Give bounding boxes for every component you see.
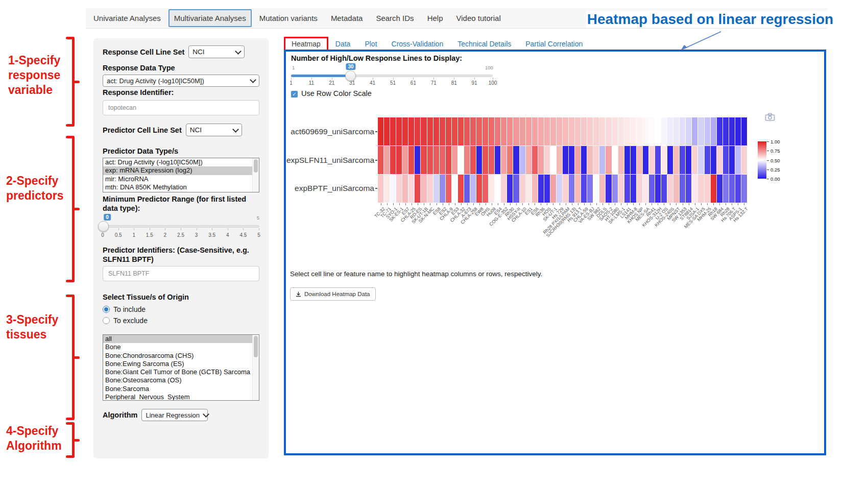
nav-tab-help[interactable]: Help [422,9,449,27]
heatmap-cell [612,175,618,203]
tissue-exclude-radio[interactable] [103,317,110,324]
download-heatmap-data-button[interactable]: Download Heatmap Data [290,287,376,301]
heatmap-cell [513,117,519,145]
tab-heatmap[interactable]: Heatmap [284,37,328,51]
heatmap-cell [390,146,396,174]
colorbar-tick-label: 0.00 [770,176,780,182]
slider-handle[interactable] [98,221,109,232]
heatmap-cell [464,146,470,174]
nav-tab-video-tutorial[interactable]: Video tutorial [450,9,506,27]
predictor-data-type-option-mth-dna-850k-methylation[interactable]: mth: DNA 850K Methylation [103,183,259,191]
nav-tab-multivariate-analyses[interactable]: Multivariate Analyses [168,9,252,27]
slider-tick [243,228,244,230]
tissue-listbox[interactable]: allBoneBone:Chondrosarcoma (CHS)Bone:Ewi… [103,334,259,401]
scrollbar-thumb[interactable] [254,159,258,173]
predictor-cell-line-set-select[interactable]: NCI [186,124,242,136]
response-lines-heading: Number of High/Low Response Lines to Dis… [291,54,462,62]
slider-tick [118,228,119,230]
nav-tab-mutation-variants[interactable]: Mutation variants [254,9,323,27]
heatmap-row-label-act609699-unisarcoma[interactable]: act609699_uniSarcoma [286,127,374,136]
predictor-data-type-option-mir-microrna[interactable]: mir: MicroRNA [103,175,259,183]
colorbar-tick-label: 1.00 [770,139,780,144]
heatmap-cell [624,117,630,145]
tissue-option-bone-ewing-sarcoma-es[interactable]: Bone:Ewing Sarcoma (ES) [103,360,259,368]
axis-tick [695,203,695,205]
heatmap-row-label-expbptf-unisarcoma[interactable]: expBPTF_uniSarcoma [286,184,374,193]
slider-tick-label: 0.5 [115,232,122,238]
tab-technical-details[interactable]: Technical Details [450,37,518,51]
heatmap-cell [593,175,599,203]
heatmap-cell [599,175,605,203]
heatmap-cell [692,175,697,203]
slider-tick-label: 81 [451,80,457,86]
tab-partial-correlation[interactable]: Partial Correlation [518,37,590,51]
tissue-include-radio[interactable] [103,306,110,313]
slider-track[interactable] [103,225,259,228]
response-cell-line-set-label: Response Cell Line Set [103,47,184,57]
nav-tab-search-ids[interactable]: Search IDs [370,9,419,27]
heatmap-cell [717,117,722,145]
heatmap-panel: Number of High/Low Response Lines to Dis… [284,50,826,455]
slider-value-badge: 30 [346,63,355,70]
annotation-bracket-1 [66,37,80,127]
response-identifier-input[interactable] [103,100,259,115]
predictor-data-type-listbox[interactable]: act: Drug Activity (-log10[IC50M])exp: m… [103,158,259,192]
axis-tick [393,203,394,205]
colorbar-tick [767,151,769,151]
predictor-data-type-option-exp-mrna-expression-log2[interactable]: exp: mRNA Expression (log2) [103,166,259,175]
tissue-option-bone-sarcoma[interactable]: Bone:Sarcoma [103,385,259,393]
response-cell-line-set-select[interactable]: NCI [188,45,245,58]
heatmap-cell [637,146,642,174]
axis-tick [726,203,726,205]
heatmap-cell [489,117,494,145]
scrollbar-thumb[interactable] [254,336,258,357]
slider-tick [454,78,454,80]
algorithm-label: Algorithm [103,410,137,420]
tab-data[interactable]: Data [328,37,358,51]
algorithm-select[interactable]: Linear Regression [141,409,208,421]
heatmap-cell [489,146,494,174]
axis-tick [399,203,400,205]
slider-tick-label: 61 [411,80,416,86]
heatmap-plot[interactable] [378,117,747,203]
slider-tick-label: 1 [132,232,135,238]
tissue-option-all[interactable]: all [103,335,259,343]
slider-tick [150,228,150,230]
tissue-option-bone-giant-cell-tumor-of-bone-gctb-sarcoma[interactable]: Bone:Giant Cell Tumor of Bone (GCTB) Sar… [103,368,259,376]
min-predictor-range-slider[interactable]: 0 5 00.511.522.533.544.55 [103,214,259,241]
nav-tab-metadata[interactable]: Metadata [325,9,369,27]
axis-tick [443,203,443,205]
predictor-data-type-option-act-drug-activity-log10-ic50m[interactable]: act: Drug Activity (-log10[IC50M]) [103,158,259,166]
axis-tick [658,203,658,205]
tab-cross-validation[interactable]: Cross-Validation [384,37,451,51]
tissue-option-peripheral-nervous-system[interactable]: Peripheral_Nervous_System [103,393,259,401]
heatmap-cell [593,117,599,145]
predictor-identifiers-input[interactable] [103,266,259,281]
axis-tick [639,203,640,205]
tab-plot[interactable]: Plot [357,37,384,51]
slider-handle[interactable] [345,70,356,81]
tissue-option-bone-osteosarcoma-os[interactable]: Bone:Osteosarcoma (OS) [103,376,259,384]
axis-tick [701,203,702,205]
heatmap-cell [673,175,679,203]
predictor-cell-line-set-label: Predictor Cell Line Set [103,126,182,135]
heatmap-cell [563,175,568,203]
slider-tick [134,228,134,230]
heatmap-cell [384,175,390,203]
heatmap-row-act609699-unisarcoma [378,117,747,145]
response-data-type-select[interactable]: act: Drug Activity (-log10[IC50M]) [103,75,259,87]
slider-tick [433,78,434,80]
heatmap-cell [606,146,611,174]
row-color-scale-checkbox[interactable]: ✓ [291,91,298,97]
heatmap-cell [378,175,383,203]
heatmap-cell [606,117,611,145]
nav-tab-univariate-analyses[interactable]: Univariate Analyses [88,9,166,27]
axis-tick [602,203,603,205]
camera-download-icon[interactable] [765,113,775,121]
heatmap-row-label-expslfn11-unisarcoma[interactable]: expSLFN11_uniSarcoma [286,156,374,165]
tissue-option-bone-chondrosarcoma-chs[interactable]: Bone:Chondrosarcoma (CHS) [103,352,259,360]
tissue-option-bone[interactable]: Bone [103,343,259,351]
axis-tick [504,203,504,205]
axis-tick [584,203,585,205]
heatmap-cell [705,117,710,145]
